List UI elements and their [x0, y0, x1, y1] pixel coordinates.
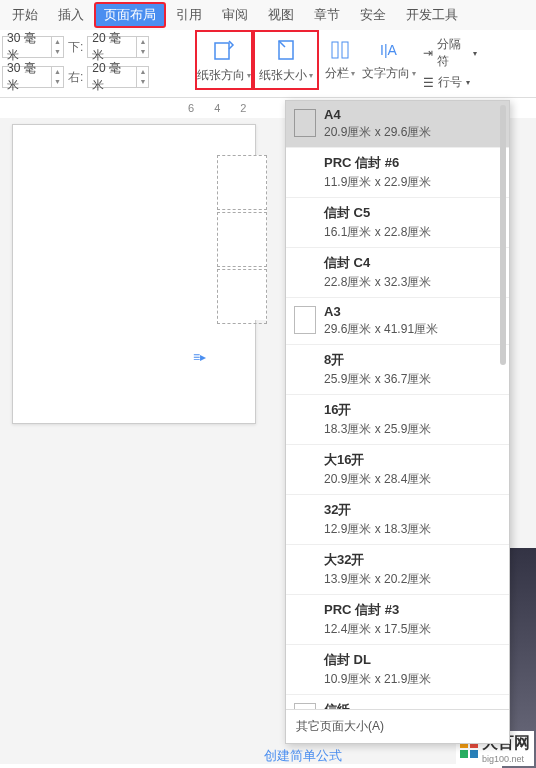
page-orientation-button[interactable]: 纸张方向▾	[195, 30, 253, 90]
tab-视图[interactable]: 视图	[258, 2, 304, 28]
page-size-option[interactable]: PRC 信封 #611.9厘米 x 22.9厘米	[286, 148, 509, 198]
tab-章节[interactable]: 章节	[304, 2, 350, 28]
tab-插入[interactable]: 插入	[48, 2, 94, 28]
page-size-option[interactable]: A420.9厘米 x 29.6厘米	[286, 101, 509, 148]
page: ≡▸	[12, 124, 256, 424]
page-size-option[interactable]: 信纸21.5厘米 x 27.9厘米	[286, 695, 509, 709]
tab-bar: 开始插入页面布局引用审阅视图章节安全开发工具	[0, 0, 536, 30]
page-size-dropdown: A420.9厘米 x 29.6厘米PRC 信封 #611.9厘米 x 22.9厘…	[285, 100, 510, 744]
page-icon	[294, 109, 316, 137]
divider-icon: ⇥	[423, 46, 433, 60]
line-number-button[interactable]: ☰行号▾	[423, 74, 477, 91]
svg-text:I|A: I|A	[380, 42, 398, 58]
columns-icon	[329, 39, 351, 61]
text-direction-icon: I|A	[378, 39, 400, 61]
page-size-option[interactable]: 大16开20.9厘米 x 28.4厘米	[286, 445, 509, 495]
page-size-option[interactable]: 32开12.9厘米 x 18.3厘米	[286, 495, 509, 545]
page-size-option[interactable]: 16开18.3厘米 x 25.9厘米	[286, 395, 509, 445]
page-size-option[interactable]: A329.6厘米 x 41.91厘米	[286, 298, 509, 345]
tab-引用[interactable]: 引用	[166, 2, 212, 28]
page-size-option[interactable]: 大32开13.9厘米 x 20.2厘米	[286, 545, 509, 595]
text-direction-button[interactable]: I|A 文字方向▾	[361, 30, 417, 90]
margin-controls: 30 毫米▲▼ 下: 20 毫米▲▼ 30 毫米▲▼ 右: 20 毫米▲▼	[0, 30, 195, 97]
page-size-list[interactable]: A420.9厘米 x 29.6厘米PRC 信封 #611.9厘米 x 22.9厘…	[286, 101, 509, 709]
tab-开发工具[interactable]: 开发工具	[396, 2, 468, 28]
columns-button[interactable]: 分栏▾	[319, 30, 361, 90]
page-icon	[294, 703, 316, 709]
tab-安全[interactable]: 安全	[350, 2, 396, 28]
page-orientation-icon	[211, 37, 237, 63]
page-icon	[294, 306, 316, 334]
divider-button[interactable]: ⇥分隔符▾	[423, 36, 477, 70]
svg-rect-3	[342, 42, 348, 58]
page-size-option[interactable]: 8开25.9厘米 x 36.7厘米	[286, 345, 509, 395]
paragraph-mark-icon: ≡▸	[193, 350, 206, 364]
margin-bottom[interactable]: 20 毫米▲▼	[87, 36, 149, 58]
margin-pre2[interactable]: 30 毫米▲▼	[2, 66, 64, 88]
margin-pre1[interactable]: 30 毫米▲▼	[2, 36, 64, 58]
page-size-icon	[273, 37, 299, 63]
page-size-option[interactable]: 信封 DL10.9厘米 x 21.9厘米	[286, 645, 509, 695]
more-page-sizes[interactable]: 其它页面大小(A)	[286, 709, 509, 743]
formula-bar[interactable]: 创建简单公式	[264, 744, 342, 768]
svg-rect-2	[332, 42, 338, 58]
ribbon: 30 毫米▲▼ 下: 20 毫米▲▼ 30 毫米▲▼ 右: 20 毫米▲▼ 纸张…	[0, 30, 536, 98]
tab-页面布局[interactable]: 页面布局	[94, 2, 166, 28]
break-group: ⇥分隔符▾ ☰行号▾	[417, 30, 483, 97]
page-size-option[interactable]: 信封 C516.1厘米 x 22.8厘米	[286, 198, 509, 248]
tab-开始[interactable]: 开始	[2, 2, 48, 28]
page-size-button[interactable]: 纸张大小▾	[253, 30, 319, 90]
svg-rect-0	[215, 43, 229, 59]
margin-right[interactable]: 20 毫米▲▼	[87, 66, 149, 88]
placeholder-boxes	[217, 155, 267, 320]
scrollbar[interactable]	[500, 105, 506, 365]
page-size-option[interactable]: PRC 信封 #312.4厘米 x 17.5厘米	[286, 595, 509, 645]
line-number-icon: ☰	[423, 76, 434, 90]
tab-审阅[interactable]: 审阅	[212, 2, 258, 28]
page-size-option[interactable]: 信封 C422.8厘米 x 32.3厘米	[286, 248, 509, 298]
